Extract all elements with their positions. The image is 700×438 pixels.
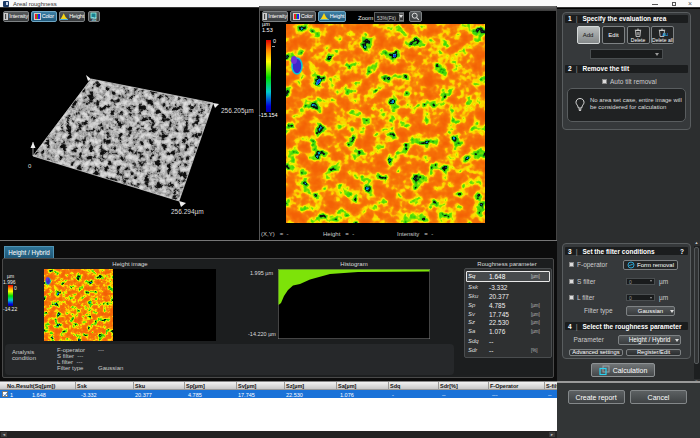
svg-text:0: 0 [28, 163, 32, 169]
svg-text:256.294µm: 256.294µm [171, 208, 204, 216]
svg-text:256.205µm: 256.205µm [221, 107, 254, 115]
